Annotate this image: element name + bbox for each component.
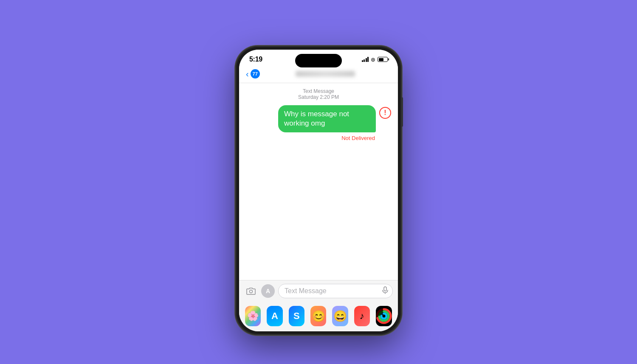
signal-bar-2 <box>364 59 365 62</box>
dynamic-island <box>295 54 342 67</box>
timestamp-date: Saturday 2:20 PM <box>246 94 391 100</box>
message-input[interactable]: Text Message <box>278 284 393 298</box>
dock-app-shazam[interactable]: S <box>289 306 304 326</box>
back-badge: 77 <box>251 69 260 78</box>
contact-name <box>296 71 355 77</box>
memoji1-icon: 😊 <box>312 310 325 323</box>
dock-app-photos[interactable]: 🌸 <box>245 306 261 326</box>
apps-icon: A <box>266 288 270 294</box>
dock-app-memoji2[interactable]: 😄 <box>332 306 348 326</box>
not-delivered-label: Not Delivered <box>246 135 391 141</box>
dock-app-appstore[interactable]: A <box>267 306 282 326</box>
input-bar: A Text Message <box>239 280 398 302</box>
dock-app-music[interactable]: ♪ <box>354 306 370 326</box>
contact-info <box>260 71 391 77</box>
battery-body <box>378 57 388 62</box>
error-exclamation-icon: ! <box>384 109 386 116</box>
camera-button[interactable] <box>244 284 258 298</box>
appstore-icon: A <box>271 311 278 322</box>
message-row: Why is message not working omg ! <box>246 105 391 132</box>
svg-rect-1 <box>384 287 386 291</box>
nav-bar: ‹ 77 <box>239 67 398 83</box>
messages-area[interactable]: Text Message Saturday 2:20 PM Why is mes… <box>239 83 398 280</box>
status-icons: ⊛ <box>362 56 388 63</box>
shazam-icon: S <box>293 311 300 322</box>
error-icon[interactable]: ! <box>379 107 391 119</box>
signal-bar-3 <box>366 58 367 62</box>
apps-button[interactable]: A <box>261 284 275 298</box>
signal-bar-1 <box>362 60 363 62</box>
phone-mockup: 5:19 ⊛ <box>236 46 401 335</box>
phone-frame: 5:19 ⊛ <box>236 46 401 335</box>
status-bar: 5:19 ⊛ <box>239 50 398 67</box>
activity-rings-icon <box>376 308 392 324</box>
svg-point-0 <box>250 290 253 293</box>
signal-bars-icon <box>362 57 369 62</box>
battery-fill <box>379 58 383 61</box>
photos-icon: 🌸 <box>247 311 259 322</box>
battery-icon <box>378 57 388 62</box>
message-placeholder: Text Message <box>285 287 327 295</box>
dock: 🌸 A S 😊 😄 ♪ <box>239 302 398 331</box>
message-timestamp: Text Message Saturday 2:20 PM <box>246 88 391 100</box>
timestamp-label: Text Message <box>246 88 391 94</box>
message-bubble: Why is message not working omg <box>278 105 376 132</box>
status-time: 5:19 <box>249 56 262 63</box>
wifi-icon: ⊛ <box>371 56 375 63</box>
signal-bar-4 <box>367 57 369 62</box>
memoji2-icon: 😄 <box>333 310 347 323</box>
mic-button[interactable] <box>382 286 388 296</box>
back-chevron-icon: ‹ <box>246 70 249 78</box>
phone-screen: 5:19 ⊛ <box>239 50 398 331</box>
back-button[interactable]: ‹ 77 <box>246 69 260 78</box>
dock-app-memoji1[interactable]: 😊 <box>310 306 326 326</box>
music-icon: ♪ <box>360 311 364 322</box>
dock-app-activity[interactable] <box>376 306 392 326</box>
